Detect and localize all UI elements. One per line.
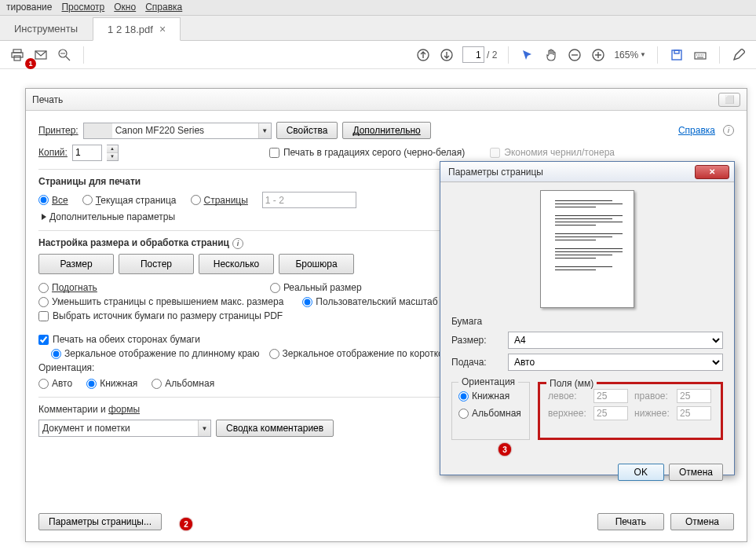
keyboard-icon[interactable] — [692, 47, 708, 63]
left-label: левое: — [548, 390, 589, 402]
menubar: тирование Просмотр Окно Справка — [0, 0, 756, 16]
radio-orient-landscape[interactable] — [152, 379, 162, 389]
duplex-label: Печать на обеих сторонах бумаги — [53, 334, 200, 345]
pages-input[interactable] — [262, 192, 356, 208]
svg-rect-9 — [672, 50, 681, 60]
economy-label: Экономия чернил/тонера — [504, 147, 615, 158]
menu-window[interactable]: Окно — [114, 2, 136, 13]
summary-button[interactable]: Сводка комментариев — [216, 420, 334, 437]
menu-view[interactable]: Просмотр — [61, 2, 104, 13]
info-icon[interactable]: i — [232, 238, 243, 249]
step-badge-1: 1 — [25, 58, 36, 69]
svg-rect-2 — [14, 56, 20, 60]
margins-fieldset: Поля (мм) левое: правое: верхнее: нижнее… — [538, 382, 723, 440]
info-icon[interactable]: i — [723, 125, 734, 136]
save-icon[interactable] — [669, 47, 685, 63]
ok-button[interactable]: OK — [618, 464, 664, 481]
source-checkbox[interactable] — [38, 311, 49, 321]
radio-all[interactable] — [38, 195, 49, 205]
right-input[interactable] — [677, 389, 711, 403]
zoom-level[interactable]: 165% ▼ — [614, 50, 646, 60]
margins-legend: Поля (мм) — [546, 378, 597, 389]
bottom-label: нижнее: — [634, 408, 672, 419]
page-preview — [540, 190, 634, 308]
radio-actual[interactable] — [270, 283, 280, 293]
bottom-input[interactable] — [677, 406, 711, 420]
ps-radio-landscape[interactable] — [458, 409, 469, 419]
feed-select[interactable]: Авто — [508, 354, 723, 371]
dialog-titlebar: Печать ⬜ — [26, 89, 747, 111]
paper-group: Бумага — [451, 316, 723, 327]
ps-title-text: Параметры страницы — [448, 167, 543, 178]
ps-titlebar: Параметры страницы ✕ — [440, 162, 734, 182]
radio-shrink[interactable] — [38, 297, 49, 307]
copies-label: Копий: — [38, 147, 68, 158]
radio-custom[interactable] — [302, 297, 312, 307]
properties-button[interactable]: Свойства — [276, 122, 338, 139]
size-label: Размер: — [451, 335, 508, 346]
orient-legend: Ориентация — [458, 376, 518, 387]
page-current-input[interactable] — [462, 46, 484, 63]
page-total: 2 — [492, 50, 498, 60]
feed-label: Подача: — [451, 357, 508, 368]
edit-icon[interactable] — [731, 47, 747, 63]
size-button[interactable]: Размер — [38, 254, 114, 274]
tab-file-label: 1 2 18.pdf — [108, 24, 153, 35]
close-icon[interactable]: ✕ — [695, 165, 729, 179]
duplex-checkbox[interactable] — [38, 335, 49, 345]
zoom-out-icon[interactable] — [57, 47, 72, 63]
right-label: правое: — [634, 390, 672, 402]
grayscale-checkbox[interactable] — [269, 148, 279, 158]
ps-radio-portrait[interactable] — [458, 391, 469, 402]
grayscale-label: Печать в градациях серого (черно-белая) — [283, 147, 465, 158]
menu-help[interactable]: Справка — [145, 2, 182, 13]
advanced-button[interactable]: Дополнительно — [342, 122, 430, 139]
page-number: / 2 — [462, 46, 498, 63]
hand-icon[interactable] — [543, 47, 559, 63]
toolbar: 1 / 2 165% ▼ — [0, 41, 756, 69]
cancel-button[interactable]: Отмена — [670, 513, 734, 530]
ps-cancel-button[interactable]: Отмена — [669, 464, 723, 481]
menu-edit[interactable]: тирование — [6, 2, 52, 13]
svg-rect-11 — [695, 53, 706, 59]
print-icon[interactable] — [9, 47, 25, 63]
radio-orient-portrait[interactable] — [86, 379, 97, 389]
radio-pages[interactable] — [191, 195, 201, 205]
page-setup-dialog: Параметры страницы ✕ Бумага Размер: A4 П… — [440, 161, 735, 475]
multi-button[interactable]: Несколько — [199, 254, 274, 274]
svg-rect-10 — [674, 50, 679, 53]
source-label: Выбрать источник бумаги по размеру стран… — [53, 310, 283, 321]
page-setup-button[interactable]: Параметры страницы... — [38, 513, 162, 530]
booklet-button[interactable]: Брошюра — [279, 254, 354, 274]
copies-input[interactable] — [72, 145, 102, 161]
page-up-icon[interactable] — [415, 47, 431, 63]
comments-dropdown-icon[interactable]: ▼ — [198, 420, 210, 436]
top-input[interactable] — [593, 406, 628, 420]
radio-current[interactable] — [82, 195, 93, 205]
help-link[interactable]: Справка — [678, 125, 715, 136]
page-down-icon[interactable] — [439, 47, 455, 63]
close-icon[interactable]: × — [159, 23, 166, 35]
printer-dropdown-icon[interactable]: ▼ — [258, 123, 271, 138]
radio-fit[interactable] — [38, 283, 49, 293]
svg-rect-1 — [12, 53, 23, 57]
comments-value: Документ и пометки — [39, 423, 198, 434]
print-button[interactable]: Печать — [597, 513, 664, 530]
zoom-minus-icon[interactable] — [567, 47, 583, 63]
radio-flip-long[interactable] — [51, 349, 61, 359]
copies-spinner[interactable]: ▲▼ — [107, 145, 119, 161]
economy-checkbox — [490, 148, 500, 158]
poster-button[interactable]: Постер — [119, 254, 194, 274]
radio-flip-short[interactable] — [269, 349, 279, 359]
maximize-icon[interactable]: ⬜ — [718, 93, 740, 107]
pointer-icon[interactable] — [520, 47, 535, 63]
tab-tools[interactable]: Инструменты — [0, 16, 93, 40]
size-select[interactable]: A4 — [508, 332, 723, 349]
orient-fieldset: Ориентация Книжная Альбомная — [451, 382, 530, 440]
left-input[interactable] — [593, 389, 628, 403]
tab-file[interactable]: 1 2 18.pdf × — [93, 17, 181, 41]
top-label: верхнее: — [548, 408, 589, 419]
radio-orient-auto[interactable] — [38, 379, 49, 389]
dialog-title: Печать — [32, 94, 63, 105]
zoom-plus-icon[interactable] — [590, 47, 606, 63]
